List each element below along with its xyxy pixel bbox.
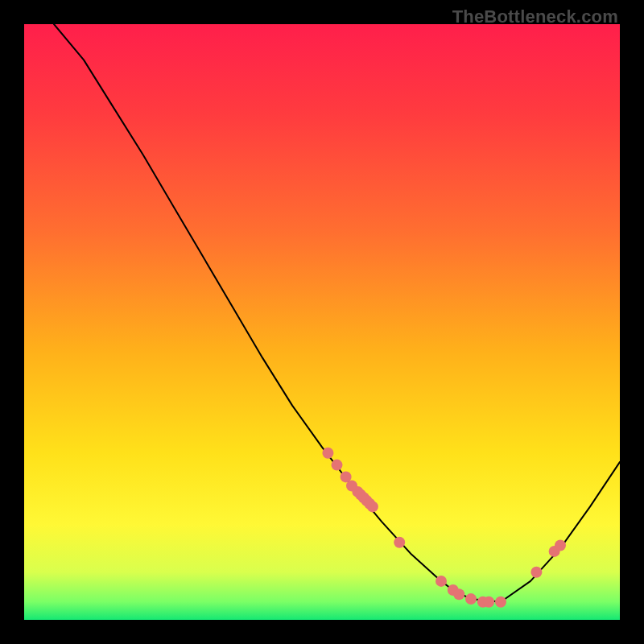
gradient-background bbox=[24, 24, 620, 620]
data-point bbox=[453, 588, 464, 600]
data-point bbox=[465, 593, 477, 605]
plot-area bbox=[24, 24, 620, 620]
data-point bbox=[322, 448, 333, 459]
data-point bbox=[394, 537, 405, 548]
data-point bbox=[436, 576, 447, 587]
data-point bbox=[495, 597, 506, 608]
chart-container: TheBottleneck.com bbox=[0, 0, 644, 644]
data-point bbox=[332, 460, 343, 471]
data-point bbox=[530, 567, 542, 578]
data-point bbox=[483, 597, 494, 608]
data-point bbox=[367, 501, 378, 512]
data-point bbox=[555, 540, 566, 551]
chart-svg bbox=[24, 24, 620, 620]
